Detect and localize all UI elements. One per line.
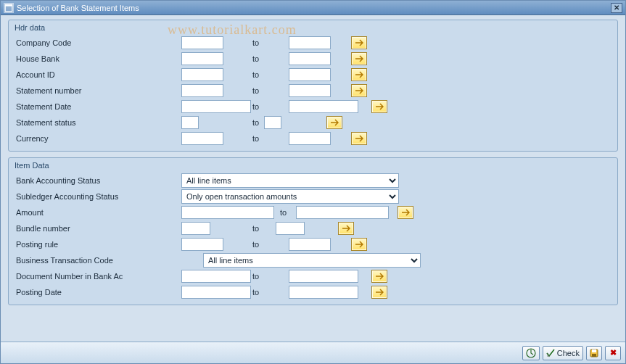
statement-date-from-input[interactable] — [181, 100, 251, 113]
label-posting-rule: Posting rule — [15, 240, 181, 249]
row-currency: Currency to — [15, 131, 611, 146]
window-icon — [4, 3, 14, 13]
group-hdr-title: Hdr data — [15, 23, 611, 32]
execute-button[interactable] — [522, 346, 540, 360]
label-statement-date: Statement Date — [15, 102, 181, 111]
label-house-bank: House Bank — [15, 54, 181, 63]
row-posting-rule: Posting rule to — [15, 236, 611, 252]
label-doc-number: Document Number in Bank Ac — [15, 272, 181, 281]
window-close-button[interactable]: ✕ — [611, 3, 622, 13]
cancel-button[interactable]: ✖ — [605, 346, 621, 360]
statement-status-multiselect-button[interactable] — [326, 116, 342, 129]
bank-acct-status-select[interactable]: All line items — [181, 173, 399, 188]
group-item-title: Item Data — [15, 161, 611, 170]
window-title: Selection of Bank Statement Items — [17, 4, 139, 12]
posting-rule-multiselect-button[interactable] — [351, 238, 367, 251]
currency-multiselect-button[interactable] — [351, 132, 367, 145]
statement-status-from-input[interactable] — [181, 116, 199, 129]
statement-status-to-input[interactable] — [264, 116, 281, 129]
posting-rule-from-input[interactable] — [181, 238, 223, 251]
row-doc-number: Document Number in Bank Ac to — [15, 268, 611, 284]
house-bank-multiselect-button[interactable] — [351, 52, 367, 65]
company-code-to-input[interactable] — [289, 36, 331, 49]
house-bank-from-input[interactable] — [181, 52, 223, 65]
save-button[interactable] — [586, 346, 602, 360]
row-posting-date: Posting Date to — [15, 284, 611, 300]
row-amount: Amount to — [15, 204, 611, 220]
bundle-number-multiselect-button[interactable] — [338, 222, 354, 235]
svg-rect-4 — [592, 349, 596, 352]
svg-rect-5 — [592, 354, 596, 357]
label-account-id: Account ID — [15, 70, 181, 79]
dialog-window: Selection of Bank Statement Items ✕ www.… — [0, 0, 626, 364]
row-btc: Business Transaction Code All line items — [15, 252, 611, 268]
to-label: to — [223, 38, 289, 47]
statement-number-to-input[interactable] — [289, 84, 331, 97]
row-account-id: Account ID to — [15, 67, 611, 83]
row-subledger-status: Subledger Accounting Status Only open tr… — [15, 189, 611, 204]
statement-number-from-input[interactable] — [181, 84, 223, 97]
account-id-to-input[interactable] — [289, 68, 331, 81]
statement-date-multiselect-button[interactable] — [371, 100, 387, 113]
posting-date-from-input[interactable] — [181, 286, 251, 299]
amount-from-input[interactable] — [181, 206, 274, 219]
svg-rect-1 — [5, 4, 12, 6]
label-btc: Business Transaction Code — [15, 256, 203, 265]
doc-number-multiselect-button[interactable] — [371, 270, 387, 283]
posting-date-multiselect-button[interactable] — [371, 286, 387, 299]
label-statement-number: Statement number — [15, 86, 181, 95]
bundle-number-to-input[interactable] — [276, 222, 305, 235]
label-amount: Amount — [15, 208, 181, 217]
label-posting-date: Posting Date — [15, 288, 181, 297]
bundle-number-from-input[interactable] — [181, 222, 210, 235]
btc-select[interactable]: All line items — [203, 253, 421, 268]
footer-toolbar: Check ✖ — [1, 342, 625, 363]
company-code-multiselect-button[interactable] — [351, 36, 367, 49]
group-hdr-data: Hdr data Company Code to House Bank to — [8, 20, 618, 152]
label-bundle-number: Bundle number — [15, 224, 181, 233]
row-statement-date: Statement Date to — [15, 99, 611, 115]
amount-to-input[interactable] — [296, 206, 389, 219]
posting-date-to-input[interactable] — [289, 286, 358, 299]
titlebar: Selection of Bank Statement Items ✕ — [1, 1, 625, 15]
house-bank-to-input[interactable] — [289, 52, 331, 65]
dialog-body: Hdr data Company Code to House Bank to — [1, 15, 625, 342]
label-subledger-status: Subledger Accounting Status — [15, 192, 181, 201]
check-button-label: Check — [557, 349, 580, 357]
row-house-bank: House Bank to — [15, 51, 611, 67]
label-statement-status: Statement status — [15, 118, 181, 127]
doc-number-from-input[interactable] — [181, 270, 251, 283]
label-bank-acct-status: Bank Accounting Status — [15, 176, 181, 185]
subledger-status-select[interactable]: Only open transaction amounts — [181, 189, 399, 204]
company-code-from-input[interactable] — [181, 36, 223, 49]
account-id-from-input[interactable] — [181, 68, 223, 81]
currency-to-input[interactable] — [289, 132, 331, 145]
row-company-code: Company Code to — [15, 35, 611, 51]
label-company-code: Company Code — [15, 38, 181, 47]
check-button[interactable]: Check — [543, 346, 583, 360]
row-statement-status: Statement status to — [15, 115, 611, 131]
group-item-data: Item Data Bank Accounting Status All lin… — [8, 157, 618, 305]
row-bundle-number: Bundle number to — [15, 220, 611, 236]
doc-number-to-input[interactable] — [289, 270, 358, 283]
account-id-multiselect-button[interactable] — [351, 68, 367, 81]
statement-date-to-input[interactable] — [289, 100, 358, 113]
amount-multiselect-button[interactable] — [398, 206, 413, 219]
statement-number-multiselect-button[interactable] — [351, 84, 367, 97]
label-currency: Currency — [15, 134, 181, 143]
row-bank-acct-status: Bank Accounting Status All line items — [15, 173, 611, 189]
row-statement-number: Statement number to — [15, 83, 611, 99]
posting-rule-to-input[interactable] — [289, 238, 331, 251]
currency-from-input[interactable] — [181, 132, 223, 145]
